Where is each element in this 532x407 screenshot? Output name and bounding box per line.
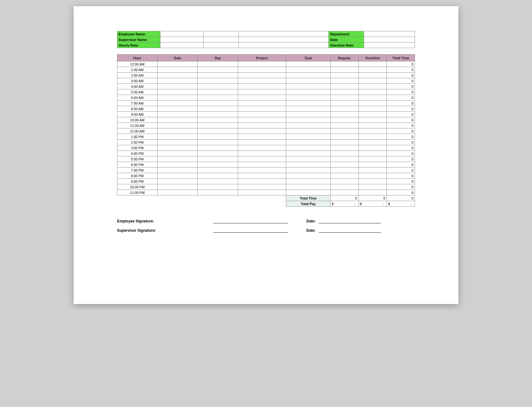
date-cell[interactable] — [157, 89, 198, 95]
overtime-rate-field[interactable] — [364, 42, 415, 48]
day-cell[interactable] — [198, 101, 238, 106]
task-cell[interactable] — [286, 89, 331, 95]
project-cell[interactable] — [238, 112, 286, 117]
day-cell[interactable] — [198, 140, 238, 145]
overtime-cell[interactable] — [358, 95, 387, 101]
regular-cell[interactable] — [330, 145, 358, 151]
task-cell[interactable] — [286, 84, 331, 89]
task-cell[interactable] — [286, 73, 331, 78]
project-cell[interactable] — [238, 117, 286, 123]
date-cell[interactable] — [157, 95, 198, 101]
task-cell[interactable] — [286, 162, 331, 168]
regular-cell[interactable] — [330, 134, 358, 140]
date-cell[interactable] — [157, 134, 198, 140]
employee-sig-date-line[interactable] — [319, 219, 381, 223]
employee-name-field-c[interactable] — [239, 31, 329, 37]
regular-cell[interactable] — [330, 106, 358, 112]
supervisor-signature-line[interactable] — [213, 228, 288, 233]
overtime-cell[interactable] — [358, 145, 387, 151]
employee-signature-line[interactable] — [213, 219, 288, 223]
regular-cell[interactable] — [330, 151, 358, 156]
project-cell[interactable] — [238, 123, 286, 128]
day-cell[interactable] — [198, 106, 238, 112]
regular-cell[interactable] — [330, 123, 358, 128]
overtime-cell[interactable] — [358, 190, 387, 195]
regular-cell[interactable] — [330, 67, 358, 73]
date-cell[interactable] — [157, 73, 198, 78]
overtime-cell[interactable] — [358, 101, 387, 106]
project-cell[interactable] — [238, 140, 286, 145]
task-cell[interactable] — [286, 179, 331, 184]
date-cell[interactable] — [157, 179, 198, 184]
regular-cell[interactable] — [330, 73, 358, 78]
overtime-cell[interactable] — [358, 61, 387, 67]
overtime-cell[interactable] — [358, 140, 387, 145]
regular-cell[interactable] — [330, 162, 358, 168]
day-cell[interactable] — [198, 168, 238, 173]
regular-cell[interactable] — [330, 168, 358, 173]
day-cell[interactable] — [198, 173, 238, 179]
regular-cell[interactable] — [330, 61, 358, 67]
regular-cell[interactable] — [330, 78, 358, 84]
project-cell[interactable] — [238, 173, 286, 179]
task-cell[interactable] — [286, 145, 331, 151]
date-cell[interactable] — [157, 151, 198, 156]
overtime-cell[interactable] — [358, 168, 387, 173]
date-cell[interactable] — [157, 123, 198, 128]
regular-cell[interactable] — [330, 140, 358, 145]
overtime-cell[interactable] — [358, 89, 387, 95]
day-cell[interactable] — [198, 84, 238, 89]
overtime-cell[interactable] — [358, 112, 387, 117]
project-cell[interactable] — [238, 156, 286, 162]
task-cell[interactable] — [286, 67, 331, 73]
task-cell[interactable] — [286, 61, 331, 67]
overtime-cell[interactable] — [358, 151, 387, 156]
day-cell[interactable] — [198, 162, 238, 168]
overtime-cell[interactable] — [358, 184, 387, 190]
date-cell[interactable] — [157, 117, 198, 123]
day-cell[interactable] — [198, 61, 238, 67]
task-cell[interactable] — [286, 156, 331, 162]
date-cell[interactable] — [157, 84, 198, 89]
date-cell[interactable] — [157, 101, 198, 106]
overtime-cell[interactable] — [358, 73, 387, 78]
regular-cell[interactable] — [330, 190, 358, 195]
overtime-cell[interactable] — [358, 134, 387, 140]
regular-cell[interactable] — [330, 128, 358, 134]
project-cell[interactable] — [238, 151, 286, 156]
supervisor-name-field-a[interactable] — [160, 37, 203, 42]
project-cell[interactable] — [238, 61, 286, 67]
project-cell[interactable] — [238, 162, 286, 168]
day-cell[interactable] — [198, 67, 238, 73]
date-cell[interactable] — [157, 106, 198, 112]
supervisor-name-field-c[interactable] — [239, 37, 329, 42]
overtime-cell[interactable] — [358, 162, 387, 168]
overtime-cell[interactable] — [358, 179, 387, 184]
day-cell[interactable] — [198, 89, 238, 95]
project-cell[interactable] — [238, 89, 286, 95]
date-cell[interactable] — [157, 190, 198, 195]
regular-cell[interactable] — [330, 117, 358, 123]
task-cell[interactable] — [286, 134, 331, 140]
day-cell[interactable] — [198, 179, 238, 184]
overtime-cell[interactable] — [358, 173, 387, 179]
date-cell[interactable] — [157, 168, 198, 173]
date-cell[interactable] — [157, 162, 198, 168]
date-cell[interactable] — [157, 128, 198, 134]
task-cell[interactable] — [286, 101, 331, 106]
regular-cell[interactable] — [330, 184, 358, 190]
project-cell[interactable] — [238, 134, 286, 140]
day-cell[interactable] — [198, 156, 238, 162]
day-cell[interactable] — [198, 112, 238, 117]
task-cell[interactable] — [286, 106, 331, 112]
task-cell[interactable] — [286, 173, 331, 179]
day-cell[interactable] — [198, 134, 238, 140]
supervisor-sig-date-line[interactable] — [319, 228, 381, 233]
regular-cell[interactable] — [330, 179, 358, 184]
regular-cell[interactable] — [330, 95, 358, 101]
date-cell[interactable] — [157, 78, 198, 84]
regular-cell[interactable] — [330, 84, 358, 89]
overtime-cell[interactable] — [358, 123, 387, 128]
regular-cell[interactable] — [330, 89, 358, 95]
regular-cell[interactable] — [330, 101, 358, 106]
